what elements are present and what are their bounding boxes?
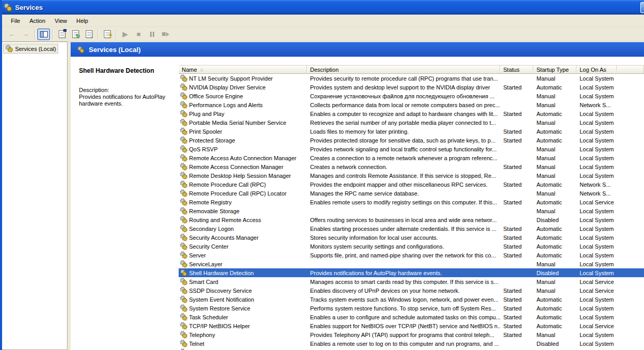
service-row[interactable]: Routing and Remote AccessOffers routing … [179, 215, 644, 224]
help-button[interactable]: ? [101, 29, 113, 40]
service-log-on-as-cell: Local System [576, 208, 617, 214]
menu-help[interactable]: Help [72, 16, 93, 25]
service-log-on-as-cell: Local Service [576, 279, 617, 285]
service-startup-type-cell: Automatic [533, 314, 576, 320]
service-row[interactable]: NT LM Security Support ProviderProvides … [179, 74, 644, 83]
service-log-on-as-cell: Local Service [576, 288, 617, 294]
service-row[interactable]: Plug and PlayEnables a computer to recog… [179, 109, 644, 118]
service-description-cell: Manages and controls Remote Assistance. … [307, 173, 500, 179]
service-gears-icon [180, 198, 187, 206]
service-description-cell: Retrieves the serial number of any porta… [307, 120, 500, 126]
service-row[interactable]: Secondary LogonEnables starting processe… [179, 224, 644, 233]
service-row[interactable]: ServiceLayerManualLocal System [179, 260, 644, 268]
service-log-on-as-cell: Local System [576, 235, 617, 241]
service-gears-icon [180, 145, 187, 153]
service-row[interactable]: QoS RSVPProvides network signaling and l… [179, 145, 644, 153]
service-row[interactable]: Remote RegistryEnables remote users to m… [179, 198, 644, 206]
service-gears-icon [180, 251, 187, 259]
service-startup-type-cell: Manual [533, 173, 576, 179]
service-row[interactable]: Security CenterMonitors system security … [179, 242, 644, 251]
service-row[interactable]: Print SpoolerLoads files to memory for l… [179, 127, 644, 136]
service-row[interactable]: TelephonyProvides Telephony API (TAPI) s… [179, 330, 644, 339]
service-row[interactable]: Performance Logs and AlertsCollects perf… [179, 100, 644, 109]
service-gears-icon [180, 260, 187, 268]
service-status-cell: Started [500, 111, 533, 117]
service-row[interactable]: ServerSupports file, print, and named-pi… [179, 251, 644, 260]
service-gears-icon [180, 322, 187, 330]
service-name-cell: Removable Storage [179, 207, 307, 215]
service-row[interactable]: Remote Procedure Call (RPC)Provides the … [179, 180, 644, 189]
main-body: Shell Hardware Detection Description: Pr… [71, 57, 644, 350]
column-header-log-on-as[interactable]: Log On As [576, 66, 617, 73]
column-header-filler [617, 66, 644, 73]
service-description-cell: Manages the RPC name service database. [307, 190, 500, 197]
service-log-on-as-cell: Local System [576, 217, 617, 223]
service-gears-icon [180, 278, 187, 286]
service-startup-type-cell: Manual [533, 288, 576, 294]
service-startup-type-cell: Automatic [533, 235, 576, 241]
service-row[interactable]: Remote Access Auto Connection ManagerCre… [179, 153, 644, 162]
export-list-button[interactable]: → [83, 29, 95, 40]
service-row[interactable]: Smart CardManages access to smart cards … [179, 277, 644, 286]
service-row[interactable]: Remote Procedure Call (RPC) LocatorManag… [179, 189, 644, 198]
service-row[interactable]: System Restore ServicePerforms system re… [179, 304, 644, 313]
service-gears-icon [180, 189, 187, 197]
column-header-status[interactable]: Status [500, 66, 533, 73]
toolbar-separator [98, 29, 98, 40]
menu-action[interactable]: Action [25, 16, 50, 25]
service-status-cell: Started [500, 305, 533, 312]
service-row[interactable]: Remote Access Connection ManagerCreates … [179, 162, 644, 171]
toolbar-separator [34, 29, 35, 40]
service-row[interactable]: Removable StorageManualLocal System [179, 206, 644, 215]
titlebar-button-partial[interactable] [640, 2, 644, 13]
menu-view[interactable]: View [50, 16, 72, 25]
service-row[interactable]: Office Source EngineСохранение установоч… [179, 92, 644, 100]
service-row[interactable]: Remote Desktop Help Session ManagerManag… [179, 171, 644, 180]
service-row[interactable]: System Event NotificationTracks system e… [179, 295, 644, 304]
service-gears-icon [180, 331, 187, 339]
service-name-cell: Protected Storage [179, 136, 307, 144]
stop-service-icon: ■ [137, 30, 141, 38]
menu-file[interactable]: File [6, 16, 25, 25]
service-name-cell: Telnet [179, 340, 307, 347]
service-row[interactable]: Security Accounts ManagerStores security… [179, 233, 644, 242]
service-gears-icon [180, 287, 187, 294]
service-status-cell: Started [500, 243, 533, 250]
service-name-cell: Print Spooler [179, 127, 307, 135]
column-header-name[interactable]: Name△ [179, 66, 307, 73]
service-row[interactable]: SSDP Discovery ServiceEnables discovery … [179, 286, 644, 295]
start-service-button: ▶ [119, 29, 131, 40]
service-row-selected[interactable]: Shell Hardware DetectionProvides notific… [179, 268, 644, 277]
service-description-cell: Monitors system security settings and co… [307, 243, 500, 250]
service-gears-icon [180, 101, 187, 109]
service-status-cell: Started [500, 323, 533, 329]
service-log-on-as-cell: Local System [576, 164, 617, 170]
service-startup-type-cell: Automatic [533, 182, 576, 188]
service-gears-icon [180, 234, 187, 241]
tree-item-services-local[interactable]: Services (Local) [3, 44, 58, 54]
service-row[interactable]: TelnetEnables a remote user to log on to… [179, 339, 644, 348]
column-header-description[interactable]: Description [307, 66, 500, 73]
column-header-startup-type[interactable]: Startup Type [533, 66, 576, 73]
service-startup-type-cell: Automatic [533, 252, 576, 258]
service-row[interactable]: Portable Media Serial Number ServiceRetr… [179, 118, 644, 127]
service-status-cell: Started [500, 199, 533, 205]
refresh-button[interactable]: ↻ [69, 29, 82, 40]
service-log-on-as-cell: Local System [576, 75, 617, 82]
service-row[interactable] [179, 348, 644, 350]
service-gears-icon [180, 313, 187, 321]
service-name-cell: NT LM Security Support Provider [179, 74, 307, 82]
service-startup-type-cell: Automatic [533, 305, 576, 312]
description-text: Provides notifications for AutoPlay hard… [79, 94, 167, 107]
service-row[interactable]: Task SchedulerEnables a user to configur… [179, 313, 644, 321]
properties-button[interactable] [56, 29, 68, 40]
pause-service-button [146, 29, 158, 40]
show-hide-console-tree-button[interactable] [37, 29, 50, 40]
service-description-cell: Loads files to memory for later printing… [307, 128, 500, 135]
service-startup-type-cell: Manual [533, 208, 576, 214]
service-gears-icon [180, 304, 187, 312]
service-row[interactable]: Protected StorageProvides protected stor… [179, 136, 644, 145]
service-row[interactable]: NVIDIA Display Driver ServiceProvides sy… [179, 83, 644, 92]
service-startup-type-cell: Automatic [533, 323, 576, 329]
service-row[interactable]: TCP/IP NetBIOS HelperEnables support for… [179, 321, 644, 330]
